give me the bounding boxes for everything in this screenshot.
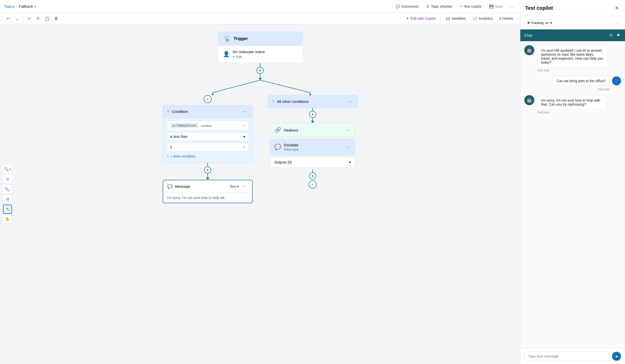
bot-bubble-2: I'm sorry, I'm not sure how to help with…	[537, 95, 607, 114]
svg-marker-3	[309, 93, 311, 95]
panel-close-button[interactable]: ✕	[614, 4, 620, 12]
left-branch-connector: +	[204, 163, 211, 180]
top-nav: Topics › Fallback ▾ 💬 Comments ⊙ Topic c…	[0, 0, 520, 13]
var-icon: {x}	[172, 124, 176, 127]
analytics-icon: 📈	[473, 16, 477, 20]
zoom-in-button[interactable]: 🔍+	[3, 165, 12, 174]
bot-message-2: 🤖 I'm sorry, I'm not sure how to help wi…	[524, 95, 621, 114]
timestamp-2: Just now	[598, 88, 610, 91]
flow-canvas: 🔍+ ⊙ 🔍- ⊘ ↖ ✋ 📡 Trigger 👤 On Unk	[0, 24, 520, 364]
save-button[interactable]: 💾 Save	[486, 3, 506, 10]
condition-operator-select[interactable]: is less than ▾	[167, 132, 248, 141]
cut-button[interactable]: ✂	[25, 14, 33, 22]
user-msg-row: Can we bring pets to the office? 👤	[553, 76, 621, 86]
zoom-out-button[interactable]: 🔍-	[3, 185, 12, 194]
tracking-badge[interactable]: Tracking: on ▾	[524, 20, 555, 26]
other-more-button[interactable]: ···	[346, 98, 353, 105]
chevron-down-icon[interactable]: ▾	[34, 5, 36, 8]
escalate-label: Escalate	[284, 143, 341, 147]
condition-more-button[interactable]: ···	[241, 108, 248, 115]
topic-checker-button[interactable]: ⊙ Topic checker	[423, 3, 455, 10]
check-circle-bottom: ✓	[309, 181, 317, 188]
analytics-button[interactable]: 📈 Analytics	[470, 15, 496, 22]
variables-button[interactable]: {x} Variables	[443, 15, 469, 22]
user-text-1: Can we bring pets to the office?	[553, 76, 610, 86]
new-condition-button[interactable]: + + New condition	[167, 153, 195, 159]
analytics-label: Analytics	[479, 16, 493, 20]
test-copilot-icon: ⌗	[460, 4, 462, 8]
right-branch-connector1: +	[309, 108, 316, 123]
message-header: 💬 Message Text ▾ ···	[163, 180, 252, 193]
branches: ✓ ⑂ Condition ···	[163, 80, 358, 203]
value-text: 3	[170, 145, 172, 149]
condition-icon: ⑂	[167, 109, 170, 114]
hand-button[interactable]: ✋	[3, 215, 12, 224]
redo-button[interactable]: ⌄	[13, 14, 21, 22]
bot-bubble-1: I'm your HR assitant! I use AI to answer…	[537, 45, 607, 72]
escalate-content: Escalate View topic	[284, 143, 341, 151]
var-type: number	[201, 124, 212, 128]
svg-line-0	[213, 80, 260, 93]
bot-avatar-2: 🤖	[524, 95, 534, 105]
refresh-chat-button[interactable]: ↺	[608, 32, 614, 39]
outputs-section: Outputs (0) ▾	[270, 157, 355, 168]
target-button[interactable]: ⊙	[3, 175, 12, 184]
breadcrumb-current: Fallback	[19, 4, 33, 8]
more-button[interactable]: ...	[508, 2, 516, 10]
outputs-chevron-icon[interactable]: ▾	[349, 160, 351, 164]
branch-svg	[163, 80, 358, 95]
condition-var-row: {x} FallbackCount number ›	[167, 121, 248, 130]
undo-button[interactable]: ↩	[4, 14, 12, 22]
add-node-button-3[interactable]: +	[309, 111, 316, 118]
panel-more-button[interactable]: ···	[613, 19, 621, 27]
message-type-badge[interactable]: Text ▾	[230, 184, 239, 188]
topics-link[interactable]: Topics	[4, 4, 15, 8]
flag-button[interactable]: ⚑	[616, 32, 621, 39]
chat-input[interactable]	[524, 352, 610, 361]
toolbar-separator	[23, 15, 23, 21]
other-conditions-node: ⑂ All other conditions ···	[268, 95, 358, 108]
copy-button[interactable]: ⎘	[34, 14, 42, 22]
edit-link[interactable]: ✏ Edit	[233, 55, 297, 59]
svg-line-2	[260, 80, 310, 93]
message-node: 💬 Message Text ▾ ··· I'm sorry, I	[163, 180, 253, 203]
message-title: Message	[175, 184, 227, 188]
send-button[interactable]: ➤	[612, 352, 621, 361]
timestamp-1: Just now	[537, 69, 607, 72]
edit-with-copilot-button[interactable]: ✦ Edit with Copilot	[403, 15, 439, 22]
cursor-button[interactable]: ↖	[3, 205, 12, 214]
details-button[interactable]: ℹ Details	[497, 15, 516, 22]
condition-node: ⑂ Condition ··· {x} Fallbac	[163, 105, 253, 163]
chat-label: Chat	[524, 33, 606, 37]
block-button[interactable]: ⊘	[3, 195, 12, 204]
redirect-icon: 🔗	[274, 127, 281, 133]
chevron-down-icon: ▾	[243, 135, 245, 139]
save-icon: 💾	[489, 4, 494, 8]
tracking-dot	[528, 22, 530, 24]
escalate-more-button[interactable]: ···	[344, 144, 351, 150]
variables-label: Variables	[452, 16, 466, 20]
add-node-button-1[interactable]: +	[257, 67, 264, 74]
redirect-more-button[interactable]: ···	[344, 127, 351, 133]
var-badge: {x} FallbackCount	[170, 123, 198, 128]
delete-button[interactable]: 🗑	[52, 14, 60, 22]
add-node-button-2[interactable]: +	[204, 167, 211, 174]
unknown-intent-icon: 👤	[223, 51, 230, 57]
add-node-button-4[interactable]: +	[309, 173, 316, 180]
user-avatar-1: 👤	[612, 76, 621, 85]
bot-text-2: I'm sorry, I'm not sure how to help with…	[537, 95, 607, 110]
test-copilot-button[interactable]: ⌗ Test copilot	[457, 3, 484, 10]
view-topic-link[interactable]: View topic	[284, 148, 341, 151]
details-icon: ℹ	[500, 16, 501, 20]
topic-checker-label: Topic checker	[431, 4, 452, 8]
save-label: Save	[495, 4, 503, 8]
condition-value-row[interactable]: 3 ›	[167, 143, 248, 151]
message-text: I'm sorry, I'm not sure how to help wit.…	[167, 196, 227, 200]
details-label: Details	[502, 16, 513, 20]
comments-label: Comments	[402, 4, 419, 8]
paste-button[interactable]: 📋	[43, 14, 51, 22]
type-chevron-icon: ▾	[237, 184, 239, 188]
message-more-button[interactable]: ···	[241, 183, 248, 189]
trigger-label: Trigger	[234, 36, 248, 41]
comments-button[interactable]: 💬 Comments	[393, 3, 422, 10]
